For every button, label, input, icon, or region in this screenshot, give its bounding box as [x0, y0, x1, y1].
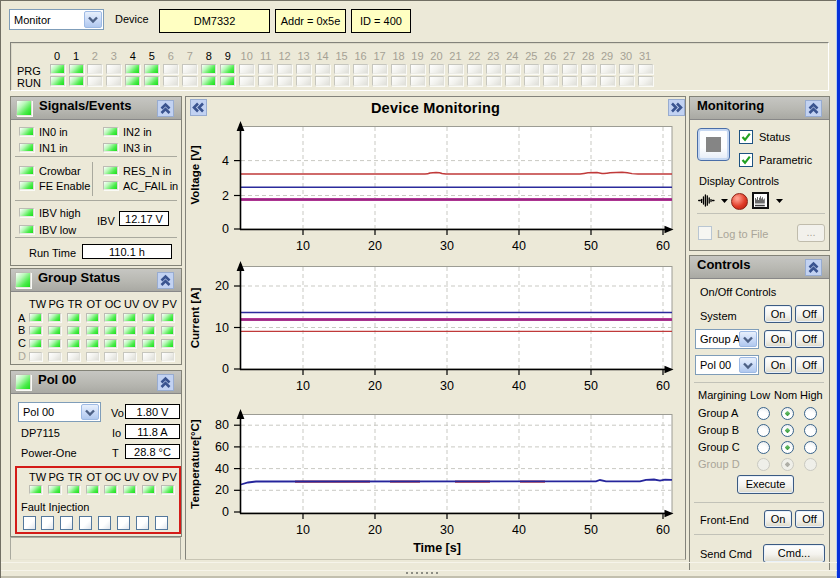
svg-text:10: 10 — [296, 523, 310, 537]
svg-text:30: 30 — [440, 379, 454, 393]
svg-text:50: 50 — [584, 239, 598, 253]
svg-text:0: 0 — [222, 362, 229, 376]
svg-text:10: 10 — [296, 379, 310, 393]
svg-text:2: 2 — [222, 189, 229, 203]
svg-text:60: 60 — [215, 440, 229, 454]
svg-text:20: 20 — [215, 279, 229, 293]
svg-text:0: 0 — [222, 505, 229, 519]
svg-text:4: 4 — [222, 154, 229, 168]
svg-text:50: 50 — [584, 523, 598, 537]
svg-text:20: 20 — [368, 239, 382, 253]
svg-text:10: 10 — [215, 321, 229, 335]
svg-text:20: 20 — [368, 379, 382, 393]
svg-text:0: 0 — [222, 222, 229, 236]
svg-text:20: 20 — [215, 483, 229, 497]
svg-text:Voltage [V]: Voltage [V] — [189, 145, 201, 204]
svg-text:60: 60 — [656, 379, 670, 393]
svg-text:Time [s]: Time [s] — [413, 541, 461, 555]
svg-text:40: 40 — [512, 523, 526, 537]
svg-text:40: 40 — [215, 462, 229, 476]
svg-text:Current [A]: Current [A] — [189, 287, 201, 348]
svg-text:40: 40 — [512, 239, 526, 253]
svg-text:10: 10 — [296, 239, 310, 253]
svg-text:60: 60 — [656, 239, 670, 253]
svg-text:80: 80 — [215, 418, 229, 432]
svg-text:20: 20 — [368, 523, 382, 537]
svg-text:60: 60 — [656, 523, 670, 537]
svg-text:50: 50 — [584, 379, 598, 393]
svg-text:40: 40 — [512, 379, 526, 393]
svg-text:Temperature[°C]: Temperature[°C] — [189, 419, 201, 509]
svg-text:30: 30 — [440, 239, 454, 253]
svg-text:30: 30 — [440, 523, 454, 537]
